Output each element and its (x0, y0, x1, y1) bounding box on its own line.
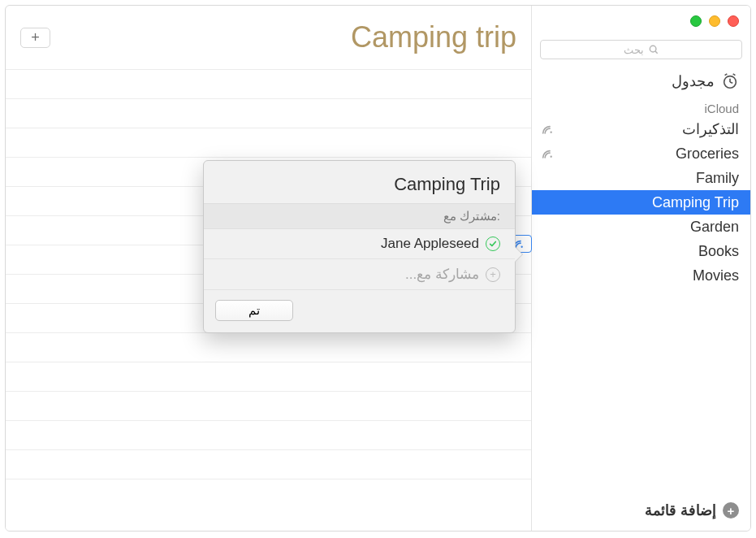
share-popover: Camping Trip مشترك مع: Jane Appleseed + … (203, 160, 516, 333)
close-icon[interactable] (728, 15, 739, 27)
svg-line-4 (730, 82, 732, 83)
reminder-row[interactable] (6, 391, 531, 420)
svg-line-6 (733, 74, 736, 76)
section-label-icloud: iCloud (532, 95, 750, 117)
plus-icon: + (486, 267, 500, 282)
topbar: Camping trip + (6, 6, 531, 69)
svg-point-8 (551, 156, 552, 158)
share-with-label: ...مشاركة مع (405, 266, 479, 283)
add-list-button[interactable]: + إضافة قائمة (532, 492, 750, 531)
sidebar-item-movies[interactable]: Movies (532, 263, 750, 288)
sidebar-item-books[interactable]: Books (532, 239, 750, 263)
search-placeholder: بحث (624, 44, 644, 56)
share-icon (542, 148, 558, 159)
reminder-row[interactable] (6, 420, 531, 449)
search-input[interactable]: بحث (540, 40, 742, 59)
checkmark-icon (486, 236, 500, 251)
list-label: التذكيرات (682, 120, 739, 138)
sidebar-item-groceries[interactable]: Groceries (532, 141, 750, 166)
svg-line-5 (725, 74, 728, 76)
search-icon (648, 44, 659, 55)
sidebar: بحث مجدول iCloud التذكيرات Groceries (531, 6, 750, 531)
share-with-button[interactable]: + ...مشاركة مع (204, 259, 515, 290)
done-button[interactable]: تم (215, 300, 293, 321)
add-reminder-button[interactable]: + (20, 28, 50, 48)
list-label: Camping Trip (652, 194, 739, 211)
list-label: Groceries (676, 145, 739, 163)
lists: التذكيرات Groceries Family Camping Trip (532, 117, 750, 288)
sidebar-item-family[interactable]: Family (532, 166, 750, 190)
plus-icon: + (723, 502, 739, 518)
list-label: Family (696, 170, 739, 187)
page-title: Camping trip (351, 20, 516, 54)
sidebar-item-camping-trip[interactable]: Camping Trip (532, 190, 750, 215)
scheduled-label: مجدول (672, 72, 715, 90)
popover-title: Camping Trip (204, 161, 515, 203)
list-label: Books (698, 243, 739, 260)
reminder-row[interactable] (6, 449, 531, 479)
svg-line-1 (654, 51, 657, 54)
sidebar-item-scheduled[interactable]: مجدول (532, 67, 750, 95)
minimize-icon[interactable] (709, 15, 720, 27)
svg-point-0 (650, 46, 656, 52)
list-label: Garden (690, 219, 739, 236)
svg-point-7 (551, 132, 552, 133)
share-icon (542, 124, 558, 135)
sidebar-item-reminders[interactable]: التذكيرات (532, 117, 750, 141)
clock-icon (721, 72, 739, 90)
window-controls (690, 15, 739, 27)
reminder-row[interactable] (6, 479, 531, 508)
person-name: Jane Appleseed (381, 236, 479, 252)
list-label: Movies (693, 267, 739, 284)
reminder-row[interactable] (6, 128, 531, 157)
done-label: تم (248, 303, 260, 318)
fullscreen-icon[interactable] (690, 15, 702, 27)
app-window: بحث مجدول iCloud التذكيرات Groceries (5, 5, 751, 531)
reminder-row[interactable] (6, 69, 531, 98)
reminder-row[interactable] (6, 332, 531, 362)
add-list-label: إضافة قائمة (645, 501, 716, 519)
reminder-row[interactable] (6, 362, 531, 391)
sidebar-item-garden[interactable]: Garden (532, 215, 750, 239)
reminder-row[interactable] (6, 98, 531, 128)
shared-with-label: مشترك مع: (204, 203, 515, 229)
plus-icon: + (31, 29, 40, 46)
shared-person-row[interactable]: Jane Appleseed (204, 229, 515, 259)
